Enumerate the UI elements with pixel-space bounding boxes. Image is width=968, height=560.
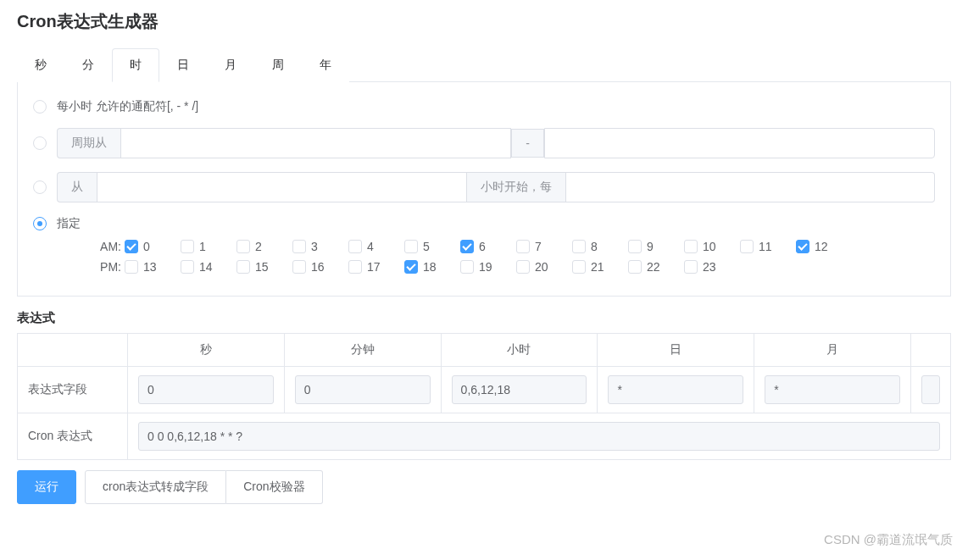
hour-16-label: 16	[311, 260, 325, 274]
hour-10-label: 10	[703, 240, 716, 253]
hour-14[interactable]: 14	[181, 260, 236, 274]
hour-22-checkbox[interactable]	[628, 260, 642, 274]
hour-2[interactable]: 2	[236, 240, 292, 253]
hour-16[interactable]: 16	[292, 260, 348, 274]
validator-button[interactable]: Cron校验器	[226, 470, 322, 504]
hour-18-checkbox[interactable]	[404, 260, 418, 274]
col-3: 小时	[441, 334, 598, 367]
hour-19[interactable]: 19	[460, 260, 516, 274]
hour-20-label: 20	[535, 260, 548, 274]
hour-8-checkbox[interactable]	[572, 240, 586, 253]
field-0-input[interactable]	[138, 375, 274, 404]
hour-19-label: 19	[479, 260, 492, 274]
hour-15-checkbox[interactable]	[236, 260, 250, 274]
hour-1[interactable]: 1	[181, 240, 236, 253]
pm-label: PM:	[84, 260, 121, 274]
col-1: 秒	[128, 334, 285, 367]
field-5-input[interactable]	[921, 375, 940, 404]
hour-4-checkbox[interactable]	[348, 240, 362, 253]
tab-周[interactable]: 周	[254, 48, 302, 82]
from-start-input[interactable]	[97, 172, 467, 202]
hour-1-label: 1	[199, 240, 206, 253]
hour-9[interactable]: 9	[628, 240, 684, 253]
hour-23-checkbox[interactable]	[684, 260, 698, 274]
opt-specify-radio[interactable]	[33, 217, 47, 230]
hour-3-label: 3	[311, 240, 318, 253]
hour-15-label: 15	[255, 260, 269, 274]
opt-every-hour-radio[interactable]	[33, 100, 47, 114]
to-field-button[interactable]: cron表达式转成字段	[85, 470, 226, 504]
hour-12-checkbox[interactable]	[796, 240, 809, 253]
tab-日[interactable]: 日	[159, 48, 207, 82]
hour-17-label: 17	[367, 260, 381, 274]
hour-21-checkbox[interactable]	[572, 260, 586, 274]
hour-3[interactable]: 3	[292, 240, 348, 253]
hour-8[interactable]: 8	[572, 240, 628, 253]
tab-年[interactable]: 年	[302, 48, 349, 82]
hour-7-checkbox[interactable]	[516, 240, 530, 253]
hour-21[interactable]: 21	[572, 260, 628, 274]
hour-13-label: 13	[143, 260, 157, 274]
hour-17-checkbox[interactable]	[348, 260, 362, 274]
opt-from-radio[interactable]	[33, 180, 47, 194]
hour-5[interactable]: 5	[404, 240, 460, 253]
hour-20[interactable]: 20	[516, 260, 572, 274]
opt-cycle-radio[interactable]	[33, 136, 47, 150]
tab-秒[interactable]: 秒	[17, 48, 64, 82]
hour-4[interactable]: 4	[348, 240, 404, 253]
hour-5-checkbox[interactable]	[404, 240, 418, 253]
hour-13[interactable]: 13	[125, 260, 181, 274]
hour-18[interactable]: 18	[404, 260, 460, 274]
hour-15[interactable]: 15	[236, 260, 292, 274]
hour-14-label: 14	[199, 260, 213, 274]
hour-13-checkbox[interactable]	[125, 260, 138, 274]
hour-6[interactable]: 6	[460, 240, 516, 253]
from-prefix: 从	[57, 172, 97, 202]
cycle-to-input[interactable]	[544, 128, 935, 158]
tabs: 秒分时日月周年	[17, 48, 951, 82]
field-1-input[interactable]	[295, 375, 431, 404]
tab-月[interactable]: 月	[207, 48, 254, 82]
hour-10-checkbox[interactable]	[684, 240, 698, 253]
hour-3-checkbox[interactable]	[292, 240, 306, 253]
hour-22-label: 22	[647, 260, 660, 274]
hour-17[interactable]: 17	[348, 260, 404, 274]
hour-0[interactable]: 0	[125, 240, 181, 253]
col-5: 月	[754, 334, 911, 367]
field-2-input[interactable]	[452, 375, 587, 404]
run-button[interactable]: 运行	[17, 470, 76, 504]
col-2: 分钟	[284, 334, 441, 367]
hour-1-checkbox[interactable]	[181, 240, 194, 253]
hour-0-label: 0	[143, 240, 150, 253]
hour-20-checkbox[interactable]	[516, 260, 530, 274]
hour-6-label: 6	[479, 240, 486, 253]
hour-11[interactable]: 11	[740, 240, 796, 253]
expression-heading: 表达式	[17, 310, 951, 326]
hour-23[interactable]: 23	[684, 260, 740, 274]
from-suffix: 小时开始，每	[467, 172, 566, 202]
hour-16-checkbox[interactable]	[292, 260, 306, 274]
cron-expression-input[interactable]	[138, 422, 940, 451]
cycle-sep: -	[511, 129, 544, 158]
hour-6-checkbox[interactable]	[460, 240, 474, 253]
hour-7[interactable]: 7	[516, 240, 572, 253]
tab-分[interactable]: 分	[64, 48, 112, 82]
hour-11-checkbox[interactable]	[740, 240, 754, 253]
hour-12[interactable]: 12	[796, 240, 852, 253]
hour-pane: 每小时 允许的通配符[, - * /] 周期从 - 从 小时开始，每 指定 AM…	[17, 82, 951, 297]
hour-0-checkbox[interactable]	[125, 240, 138, 253]
hour-19-checkbox[interactable]	[460, 260, 474, 274]
hour-9-checkbox[interactable]	[628, 240, 642, 253]
am-label: AM:	[84, 240, 121, 253]
hour-2-checkbox[interactable]	[236, 240, 250, 253]
hour-14-checkbox[interactable]	[181, 260, 194, 274]
field-4-input[interactable]	[765, 375, 900, 404]
hour-10[interactable]: 10	[684, 240, 740, 253]
hour-22[interactable]: 22	[628, 260, 684, 274]
expression-table: 秒分钟小时日月 表达式字段 Cron 表达式	[17, 333, 951, 460]
from-every-input[interactable]	[566, 172, 936, 202]
cycle-from-input[interactable]	[120, 128, 511, 158]
field-3-input[interactable]	[608, 375, 743, 404]
tab-时[interactable]: 时	[112, 48, 159, 82]
page-title: Cron表达式生成器	[17, 0, 951, 42]
